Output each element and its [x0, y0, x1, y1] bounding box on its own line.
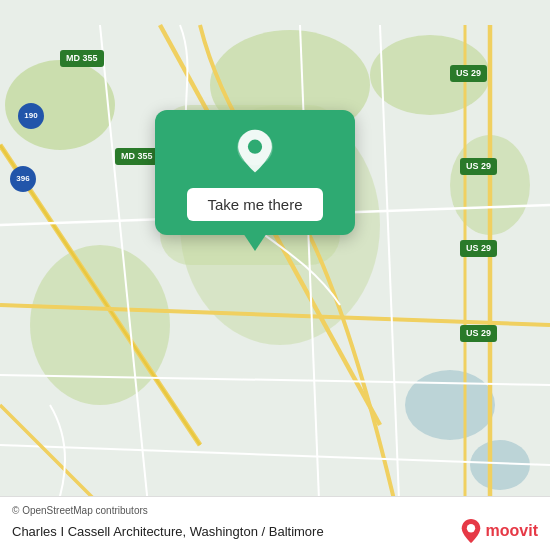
- svg-point-7: [405, 370, 495, 440]
- road-sign-i190: 190: [18, 103, 44, 129]
- svg-point-25: [466, 524, 474, 532]
- moovit-logo: moovit: [460, 518, 538, 544]
- svg-point-8: [470, 440, 530, 490]
- road-sign-us29-2: US 29: [460, 158, 497, 175]
- location-info: Charles I Cassell Architecture, Washingt…: [12, 518, 538, 544]
- road-sign-md355-1: MD 355: [60, 50, 104, 67]
- road-sign-md355-2: MD 355: [115, 148, 159, 165]
- location-name: Charles I Cassell Architecture, Washingt…: [12, 524, 324, 539]
- road-sign-us29-3: US 29: [460, 240, 497, 257]
- attribution-text: © OpenStreetMap contributors: [12, 505, 148, 516]
- road-sign-us29-4: US 29: [460, 325, 497, 342]
- location-pin-icon: [231, 128, 279, 176]
- svg-point-1: [5, 60, 115, 150]
- road-sign-us29-1: US 29: [450, 65, 487, 82]
- bottom-bar: © OpenStreetMap contributors Charles I C…: [0, 496, 550, 550]
- map-container: MD 355 MD 355 190 396 US 29 US 29 US 29 …: [0, 0, 550, 550]
- moovit-brand-text: moovit: [486, 522, 538, 540]
- svg-point-24: [248, 140, 262, 154]
- map-background: [0, 0, 550, 550]
- moovit-pin-icon: [460, 518, 482, 544]
- svg-point-6: [30, 245, 170, 405]
- take-me-there-button[interactable]: Take me there: [187, 188, 322, 221]
- map-attribution: © OpenStreetMap contributors: [12, 505, 538, 516]
- road-sign-i396: 396: [10, 166, 36, 192]
- popup-card: Take me there: [155, 110, 355, 235]
